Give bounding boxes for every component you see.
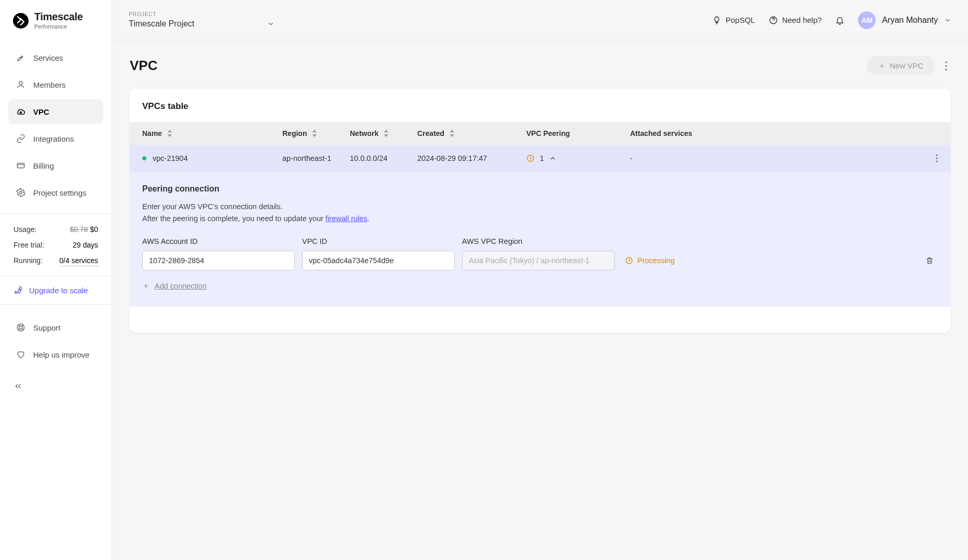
sidebar-item-label: Help us improve <box>33 350 89 359</box>
peering-title: Peering connection <box>142 184 938 194</box>
sidebar-item-vpc[interactable]: VPC <box>8 99 103 124</box>
help-link[interactable]: Need help? <box>769 16 822 25</box>
vpc-id-input[interactable] <box>302 251 455 270</box>
clock-icon <box>625 256 633 265</box>
usage-value: $0 <box>90 225 98 234</box>
chevron-up-icon[interactable] <box>549 155 556 162</box>
topbar: PROJECT Timescale Project PopSQL Need he… <box>112 0 968 40</box>
bulb-icon <box>712 16 721 25</box>
collapse-sidebar-button[interactable] <box>0 373 112 399</box>
avatar: AM <box>858 11 876 29</box>
sidebar-item-settings[interactable]: Project settings <box>8 180 103 205</box>
running-label: Running: <box>13 256 43 266</box>
sidebar-item-members[interactable]: Members <box>8 72 103 97</box>
sort-icon <box>167 130 172 137</box>
sidebar-item-services[interactable]: Services <box>8 45 103 70</box>
chevron-down-icon <box>944 17 951 24</box>
chevrons-left-icon <box>13 381 98 391</box>
svg-point-10 <box>945 69 947 70</box>
wrench-icon <box>16 52 26 63</box>
trial-value: 29 days <box>73 241 98 249</box>
svg-point-6 <box>19 326 22 329</box>
project-label: PROJECT <box>129 11 275 17</box>
svg-point-8 <box>945 61 947 63</box>
card-icon <box>16 160 26 171</box>
primary-nav: Services Members VPC Integrations Billin… <box>0 39 112 211</box>
vpcs-card: VPCs table Name Region Network Created V… <box>130 89 950 333</box>
add-connection-label: Add connection <box>155 282 207 290</box>
aws-account-input[interactable] <box>142 251 295 270</box>
table-row[interactable]: vpc-21904 ap-northeast-1 10.0.0.0/24 202… <box>130 145 950 172</box>
notifications-button[interactable] <box>835 16 844 25</box>
popsql-label: PopSQL <box>726 16 755 24</box>
svg-point-0 <box>13 13 29 29</box>
usage-stats: Usage: $0.78$0 Free trial: 29 days Runni… <box>0 216 112 276</box>
popsql-link[interactable]: PopSQL <box>712 16 755 25</box>
sidebar-item-integrations[interactable]: Integrations <box>8 126 103 151</box>
page-title: VPC <box>130 58 157 74</box>
svg-point-13 <box>936 158 938 159</box>
page-more-button[interactable] <box>942 58 950 74</box>
sidebar-item-support[interactable]: Support <box>8 315 103 340</box>
row-more-button[interactable] <box>936 154 938 162</box>
sidebar-item-label: Support <box>33 323 61 332</box>
vpc-network: 10.0.0.0/24 <box>350 154 417 162</box>
svg-point-14 <box>936 161 938 162</box>
sidebar-item-label: Services <box>33 53 63 62</box>
col-peering: VPC Peering <box>526 129 630 138</box>
sidebar: Timescale Performance Services Members V… <box>0 0 112 560</box>
timescale-logo-icon <box>12 12 29 29</box>
sidebar-item-label: Billing <box>33 161 54 170</box>
trial-label: Free trial: <box>13 241 44 249</box>
plus-icon <box>878 62 885 70</box>
col-network[interactable]: Network <box>350 129 417 138</box>
svg-point-4 <box>19 289 20 290</box>
running-value[interactable]: 0/4 services <box>59 256 98 266</box>
clock-icon <box>526 154 535 162</box>
logo[interactable]: Timescale Performance <box>0 0 112 39</box>
col-region[interactable]: Region <box>282 129 350 138</box>
person-icon <box>16 79 26 90</box>
delete-connection-button[interactable] <box>925 251 938 270</box>
vpc-services: - <box>630 154 917 162</box>
sidebar-item-billing[interactable]: Billing <box>8 153 103 178</box>
brand-sub: Performance <box>34 24 83 30</box>
svg-point-1 <box>19 81 22 85</box>
add-connection-button[interactable]: Add connection <box>142 282 938 290</box>
status-dot-icon <box>142 156 146 160</box>
vpcs-title: VPCs table <box>130 89 950 122</box>
peering-panel: Peering connection Enter your AWS VPC's … <box>130 172 950 307</box>
project-name: Timescale Project <box>129 19 195 29</box>
col-name[interactable]: Name <box>142 129 282 138</box>
col-services: Attached services <box>630 129 917 138</box>
col-created[interactable]: Created <box>417 129 526 138</box>
rocket-icon <box>13 285 23 295</box>
firewall-rules-link[interactable]: firewall rules <box>325 214 367 223</box>
aws-region-input[interactable] <box>462 251 615 270</box>
kebab-icon <box>945 61 947 71</box>
peering-desc-line2a: After the peering is complete, you need … <box>142 214 325 223</box>
user-name: Aryan Mohanty <box>882 16 938 25</box>
upgrade-link[interactable]: Upgrade to scale <box>0 276 112 305</box>
peering-count: 1 <box>540 154 544 162</box>
usage-label: Usage: <box>13 225 36 234</box>
brand-name: Timescale <box>34 11 83 22</box>
vpc-name: vpc-21904 <box>153 154 188 162</box>
vpc-created: 2024-08-29 09:17:47 <box>417 154 526 162</box>
gear-icon <box>16 187 26 198</box>
usage-strike: $0.78 <box>70 225 88 234</box>
project-selector[interactable]: PROJECT Timescale Project <box>129 11 275 29</box>
sort-icon <box>449 130 455 137</box>
peering-status: Processing <box>625 251 675 270</box>
question-icon <box>769 16 778 25</box>
new-vpc-button[interactable]: New VPC <box>867 56 935 75</box>
svg-point-12 <box>936 155 938 156</box>
user-menu[interactable]: AM Aryan Mohanty <box>858 11 951 29</box>
cloud-upload-icon <box>16 106 26 117</box>
svg-rect-2 <box>17 163 24 168</box>
sidebar-item-improve[interactable]: Help us improve <box>8 342 103 367</box>
bell-icon <box>835 16 844 25</box>
vpc-region: ap-northeast-1 <box>282 154 350 162</box>
sort-icon <box>384 130 389 137</box>
kebab-icon <box>936 154 938 162</box>
